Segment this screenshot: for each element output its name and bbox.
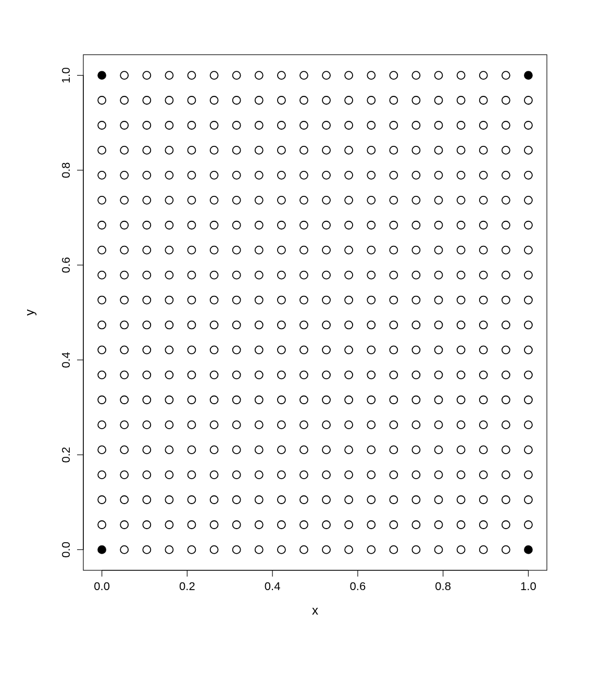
data-point-open [457, 96, 465, 104]
data-point-open [233, 371, 241, 379]
data-point-open [255, 346, 263, 354]
data-point-open [188, 121, 195, 129]
data-point-open [524, 471, 532, 479]
data-point-open [322, 121, 330, 129]
x-tick-label: 0.4 [265, 580, 281, 593]
data-point-open [457, 421, 465, 429]
data-point-open [390, 496, 397, 504]
data-point-open [278, 496, 285, 504]
data-point-open [367, 96, 375, 104]
data-point-open [210, 321, 218, 329]
y-tick-label: 0.8 [59, 162, 72, 178]
data-point-open [345, 296, 353, 304]
data-point-open [255, 221, 263, 229]
data-point-open [255, 96, 263, 104]
data-point-open [233, 471, 241, 479]
data-point-open [524, 446, 532, 454]
data-point-open [457, 321, 465, 329]
data-point-open [457, 196, 465, 204]
data-point-open [188, 521, 195, 529]
data-point-open [120, 221, 128, 229]
data-point-open [345, 521, 353, 529]
data-point-open [233, 71, 241, 79]
data-point-open [143, 471, 151, 479]
data-point-open [435, 496, 443, 504]
data-point-open [120, 546, 128, 554]
data-point-open [255, 446, 263, 454]
data-point-open [390, 171, 397, 179]
data-point-open [480, 421, 488, 429]
data-point-open [390, 446, 397, 454]
data-point-open [188, 396, 195, 404]
data-point-open [457, 271, 465, 279]
data-point-open [255, 146, 263, 154]
data-point-open [120, 346, 128, 354]
data-point-open [502, 496, 510, 504]
chart-svg: 0.00.20.40.60.81.00.00.20.40.60.81.0xy [0, 0, 600, 700]
data-point-open [300, 321, 308, 329]
data-point-open [165, 546, 173, 554]
data-point-open [322, 71, 330, 79]
data-point-open [300, 446, 308, 454]
data-point-open [165, 346, 173, 354]
data-point-open [278, 246, 285, 254]
data-point-open [322, 396, 330, 404]
data-point-open [188, 221, 195, 229]
data-point-open [457, 246, 465, 254]
data-point-open [120, 446, 128, 454]
data-point-open [210, 271, 218, 279]
data-point-open [412, 421, 420, 429]
data-point-open [412, 371, 420, 379]
data-point-open [210, 496, 218, 504]
data-point-open [210, 296, 218, 304]
data-point-open [278, 396, 285, 404]
data-point-open [457, 471, 465, 479]
data-point-open [120, 196, 128, 204]
data-point-open [322, 146, 330, 154]
data-point-open [278, 346, 285, 354]
scatter-plot: 0.00.20.40.60.81.00.00.20.40.60.81.0xy [0, 0, 600, 700]
data-point-open [480, 371, 488, 379]
data-point-open [480, 221, 488, 229]
data-point-open [210, 246, 218, 254]
data-point-open [233, 396, 241, 404]
y-tick-label: 1.0 [59, 67, 72, 83]
data-point-open [457, 521, 465, 529]
data-point-open [480, 546, 488, 554]
data-point-open [233, 146, 241, 154]
data-point-open [390, 396, 397, 404]
data-point-open [98, 121, 106, 129]
data-point-open [480, 321, 488, 329]
data-point-open [210, 421, 218, 429]
data-point-open [233, 246, 241, 254]
data-point-open [435, 171, 443, 179]
y-tick-label: 0.0 [59, 542, 72, 558]
data-point-open [345, 196, 353, 204]
data-point-open [143, 221, 151, 229]
data-point-open [412, 221, 420, 229]
data-point-open [367, 271, 375, 279]
data-point-open [480, 171, 488, 179]
data-point-open [188, 146, 195, 154]
data-point-open [165, 371, 173, 379]
data-point-open [143, 371, 151, 379]
data-point-open [300, 546, 308, 554]
data-point-open [98, 471, 106, 479]
data-point-open [367, 546, 375, 554]
data-point-open [165, 221, 173, 229]
data-point-open [367, 371, 375, 379]
data-point-open [233, 96, 241, 104]
data-point-open [322, 321, 330, 329]
data-point-open [502, 271, 510, 279]
data-point-open [165, 421, 173, 429]
data-point-open [345, 496, 353, 504]
data-point-open [524, 421, 532, 429]
data-point-open [278, 321, 285, 329]
data-point-open [390, 121, 397, 129]
data-point-open [278, 296, 285, 304]
data-point-open [435, 96, 443, 104]
data-point-open [345, 421, 353, 429]
data-point-open [435, 271, 443, 279]
data-point-open [322, 496, 330, 504]
data-point-open [322, 96, 330, 104]
